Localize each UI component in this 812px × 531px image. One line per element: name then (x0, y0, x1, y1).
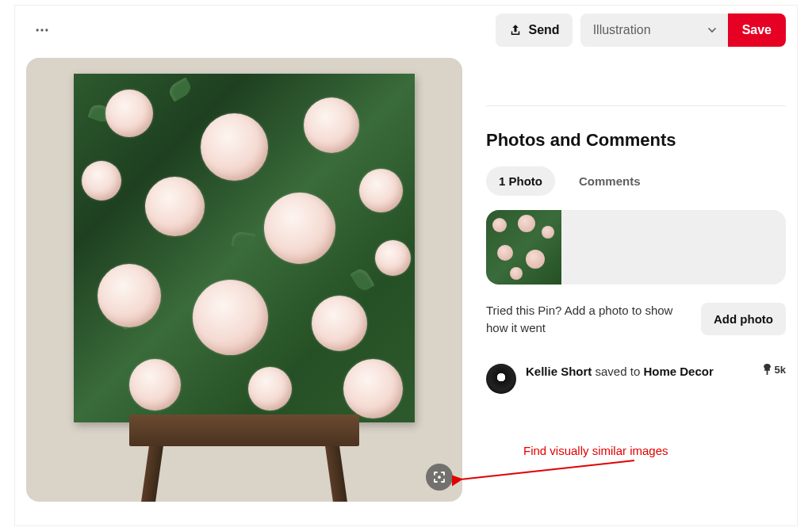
share-icon (508, 23, 523, 37)
svg-point-2 (45, 29, 48, 31)
pin-content: Visual search Photos and Comments 1 Phot… (15, 50, 797, 525)
send-button[interactable]: Send (496, 13, 573, 47)
send-label: Send (529, 23, 560, 37)
painting-canvas (74, 74, 415, 422)
pin-image[interactable]: Visual search (26, 58, 462, 502)
more-options-button[interactable] (26, 14, 58, 46)
svg-point-3 (438, 476, 441, 479)
tab-comments[interactable]: Comments (566, 166, 653, 196)
pin-details-pane: Photos and Comments 1 Photo Comments (486, 58, 786, 514)
saver-mid: saved to (592, 365, 643, 378)
tried-prompt-row: Tried this Pin? Add a photo to show how … (486, 302, 786, 337)
tried-photo-thumb[interactable] (486, 210, 561, 285)
ellipsis-icon (34, 22, 50, 38)
tried-photo-empty (561, 210, 637, 285)
board-select[interactable]: Illustration (580, 13, 731, 47)
pin-save-count: 5k (763, 364, 786, 376)
saver-avatar[interactable] (486, 364, 516, 394)
chevron-down-icon (706, 24, 718, 36)
save-label: Save (742, 23, 772, 36)
save-count-value: 5k (775, 364, 786, 376)
pin-icon (763, 364, 772, 375)
divider (486, 105, 786, 106)
comments-section-title: Photos and Comments (486, 130, 786, 151)
saver-row: Kellie Short saved to Home Decor 5k (486, 364, 786, 394)
pin-toolbar: Send Illustration Save (15, 6, 797, 50)
tried-prompt-text: Tried this Pin? Add a photo to show how … (486, 302, 688, 337)
tab-photos[interactable]: 1 Photo (486, 166, 555, 196)
saver-text: Kellie Short saved to Home Decor (526, 364, 753, 380)
pin-closeup-card: Send Illustration Save (14, 5, 798, 526)
saver-board[interactable]: Home Decor (643, 365, 713, 378)
tried-photo-empty (711, 210, 787, 285)
board-selected-label: Illustration (593, 23, 651, 37)
saver-username[interactable]: Kellie Short (526, 365, 592, 378)
comments-tabs: 1 Photo Comments (486, 166, 786, 196)
save-button[interactable]: Save (728, 13, 786, 47)
visual-search-icon (432, 470, 446, 484)
tried-photos-strip (486, 210, 786, 285)
visual-search-button[interactable] (426, 464, 453, 491)
svg-point-1 (40, 29, 43, 31)
tried-photo-empty (636, 210, 711, 285)
easel (129, 414, 359, 502)
add-photo-button[interactable]: Add photo (701, 303, 786, 335)
svg-point-0 (36, 29, 39, 31)
